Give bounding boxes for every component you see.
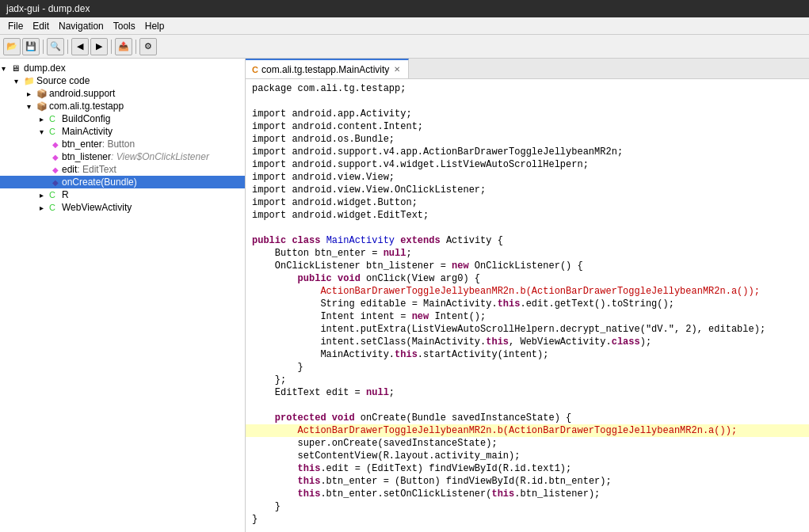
code-token: ActionBarDrawerToggleJellybeanMR2n.b(Act…	[252, 286, 760, 297]
code-token: .startActivity(intent);	[418, 349, 549, 360]
code-token: MainActivity.	[252, 349, 395, 360]
menu-navigation[interactable]: Navigation	[54, 19, 109, 33]
code-token: , WebViewActivity.	[509, 336, 612, 348]
code-area[interactable]: package com.ali.tg.testapp; import andro…	[246, 79, 809, 532]
code-line: }	[246, 513, 809, 526]
code-token: OnClickListener btn_listener =	[252, 260, 452, 272]
code-token: super.onCreate(savedInstanceState);	[252, 438, 498, 449]
code-line: import android.widget.Button;	[246, 196, 809, 209]
code-token: this	[486, 336, 509, 348]
code-editor-panel: C com.ali.tg.testapp.MainActivity ✕ pack…	[246, 59, 809, 532]
tree-node-btn-listener[interactable]: ◆ btn_listener: View$OnClickListener	[0, 150, 245, 163]
code-line: import android.widget.EditText;	[246, 209, 809, 222]
code-token: import android.content.Intent;	[252, 121, 423, 132]
code-line-content: this.edit = (EditText) findViewById(R.id…	[252, 462, 571, 475]
tab-bar: C com.ali.tg.testapp.MainActivity ✕	[246, 59, 809, 79]
code-token: }	[252, 514, 258, 525]
back-button[interactable]: ◀	[71, 38, 89, 55]
settings-button[interactable]: ⚙	[139, 38, 157, 55]
code-token: import android.os.Bundle;	[252, 134, 395, 145]
code-line: import android.support.v4.app.ActionBarD…	[246, 146, 809, 158]
code-line: intent.setClass(MainActivity.this, WebVi…	[246, 336, 809, 348]
tree-node-btn-enter[interactable]: ◆ btn_enter: Button	[0, 138, 245, 150]
code-line: this.edit = (EditText) findViewById(R.id…	[246, 462, 809, 475]
code-token	[252, 412, 275, 424]
export-button[interactable]: 📤	[115, 38, 132, 55]
menu-help[interactable]: Help	[140, 19, 170, 33]
code-line: Intent intent = new Intent();	[246, 310, 809, 323]
code-token: .edit = (EditText) findViewById(R.id.tex…	[320, 463, 571, 474]
code-token: this	[298, 463, 321, 474]
code-token: ActionBarDrawerToggleJellybeanMR2n.b(Act…	[252, 425, 737, 436]
code-token: import android.support.v4.app.ActionBarD…	[252, 146, 623, 158]
code-line: protected void onCreate(Bundle savedInst…	[246, 412, 809, 424]
code-token: this	[491, 488, 514, 500]
code-line-content: Button btn_enter = null;	[252, 247, 412, 260]
tree-node-oncreate[interactable]: ◆ onCreate(Bundle)	[0, 176, 245, 188]
code-token: .btn_listener);	[514, 488, 600, 500]
menu-edit[interactable]: Edit	[28, 19, 54, 33]
code-token: new	[452, 260, 475, 272]
code-line-content: this.btn_enter.setOnClickListener(this.b…	[252, 488, 600, 500]
code-token: extends	[400, 235, 446, 246]
code-token	[252, 476, 298, 487]
code-token: Activity {	[446, 235, 503, 246]
menu-tools[interactable]: Tools	[109, 19, 140, 33]
main-layout: ▾ 🖥 dump.dex ▾ 📁 Source code ▸ 📦 android…	[0, 59, 809, 532]
code-token: class	[292, 235, 326, 246]
code-line-content: OnClickListener btn_listener = new OnCli…	[252, 260, 583, 272]
tree-node-webviewactivity[interactable]: ▸ C WebViewActivity	[0, 201, 245, 214]
code-token: import android.support.v4.widget.ListVie…	[252, 159, 589, 170]
code-token: intent.setClass(MainActivity.	[252, 336, 486, 348]
code-token: package com.ali.tg.testapp;	[252, 83, 406, 94]
code-line-content: Intent intent = new Intent();	[252, 310, 486, 323]
code-line-content: }	[252, 513, 258, 526]
code-line: super.onCreate(savedInstanceState);	[246, 437, 809, 450]
code-token: import android.widget.EditText;	[252, 210, 429, 221]
code-token: OnClickListener() {	[475, 260, 583, 272]
tree-node-com-ali[interactable]: ▾ 📦 com.ali.tg.testapp	[0, 100, 245, 112]
code-line-content: public void onClick(View arg0) {	[252, 272, 480, 285]
code-token: EditText edit =	[252, 387, 366, 398]
tree-node-dump-dex[interactable]: ▾ 🖥 dump.dex	[0, 62, 245, 74]
code-line: Button btn_enter = null;	[246, 247, 809, 260]
code-line: };	[246, 374, 809, 386]
code-line: intent.putExtra(ListViewAutoScrollHelper…	[246, 323, 809, 336]
save-button[interactable]: 💾	[22, 38, 40, 55]
file-tree-panel: ▾ 🖥 dump.dex ▾ 📁 Source code ▸ 📦 android…	[0, 59, 246, 532]
tab-close-button[interactable]: ✕	[392, 64, 402, 74]
tree-node-r[interactable]: ▸ C R	[0, 188, 245, 201]
code-line-content: intent.setClass(MainActivity.this, WebVi…	[252, 336, 651, 348]
tree-node-android-support[interactable]: ▸ 📦 android.support	[0, 87, 245, 100]
code-token: import android.app.Activity;	[252, 108, 412, 120]
forward-button[interactable]: ▶	[90, 38, 108, 55]
code-line-content	[252, 222, 258, 234]
tree-node-edit[interactable]: ◆ edit: EditText	[0, 163, 245, 176]
code-line: ActionBarDrawerToggleJellybeanMR2n.b(Act…	[246, 285, 809, 298]
tree-node-buildconfig[interactable]: ▸ C BuildConfig	[0, 112, 245, 125]
code-token: this	[498, 298, 521, 310]
tab-mainactivity[interactable]: C com.ali.tg.testapp.MainActivity ✕	[246, 59, 409, 78]
code-line: public class MainActivity extends Activi…	[246, 234, 809, 247]
tree-node-mainactivity[interactable]: ▾ C MainActivity	[0, 125, 245, 138]
code-token: new	[412, 311, 435, 322]
code-line-content: import android.os.Bundle;	[252, 133, 395, 146]
code-line: import android.view.View;	[246, 171, 809, 184]
code-token: String editable = MainActivity.	[252, 298, 498, 310]
code-token: public	[298, 273, 338, 284]
menu-file[interactable]: File	[3, 19, 28, 33]
code-line: MainActivity.this.startActivity(intent);	[246, 348, 809, 361]
tree-node-source-code[interactable]: ▾ 📁 Source code	[0, 74, 245, 87]
open-button[interactable]: 📂	[3, 38, 21, 55]
search-button[interactable]: 🔍	[47, 38, 64, 55]
code-token: onClick(View arg0) {	[366, 273, 480, 284]
code-token: Intent();	[434, 311, 486, 322]
code-line-content: import android.app.Activity;	[252, 108, 412, 120]
code-line-content: package com.ali.tg.testapp;	[252, 82, 406, 95]
code-token: this	[298, 488, 321, 500]
code-token: null	[384, 248, 406, 259]
code-line-content: String editable = MainActivity.this.edit…	[252, 298, 674, 310]
code-line: public void onClick(View arg0) {	[246, 272, 809, 285]
code-line-content: public class MainActivity extends Activi…	[252, 234, 503, 247]
tab-label: com.ali.tg.testapp.MainActivity	[261, 64, 389, 75]
